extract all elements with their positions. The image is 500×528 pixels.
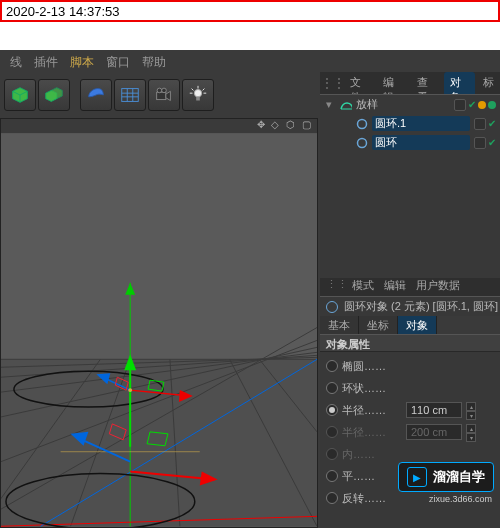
attr-label: 半径…… [342,403,402,418]
light-icon [187,84,209,106]
watermark-url: zixue.3d66.com [398,494,494,504]
spinner: ▴▾ [466,424,476,440]
radio-icon[interactable] [326,360,338,372]
viewport-panel[interactable]: ✥ ◇ ⬡ ▢ [0,118,318,528]
attr-tab-mode[interactable]: 模式 [352,278,374,296]
timestamp-bar: 2020-2-13 14:37:53 [0,0,500,22]
menu-item[interactable]: 插件 [30,54,62,68]
visibility-check-icon[interactable]: ✔ [488,137,496,148]
loft-icon [340,99,352,111]
attr-row: 椭圆…… [320,355,500,377]
tree-row[interactable]: ▾ 放样 ✔ [320,95,500,114]
radio-icon[interactable] [326,470,338,482]
radio-icon[interactable] [326,404,338,416]
attribute-title: 圆环对象 (2 元素) [圆环.1, 圆环] [344,299,498,314]
visibility-check-icon[interactable]: ✔ [468,99,476,110]
viewport-canvas[interactable] [1,133,317,527]
attribute-title-bar: 圆环对象 (2 元素) [圆环.1, 圆环] [320,296,500,316]
svg-point-2 [157,88,162,93]
menu-item[interactable]: 脚本 [66,54,98,68]
svg-point-39 [358,138,367,147]
attribute-manager-tabs: ⋮⋮ 模式 编辑 用户数据 [320,278,500,296]
attr-label: 半径…… [342,425,402,440]
object-controls: ✔ [454,99,500,111]
grip-icon: ⋮⋮ [324,72,342,94]
subtab-object[interactable]: 对象 [398,316,437,334]
svg-point-38 [358,119,367,128]
attr-label: 椭圆…… [342,359,402,374]
grid-icon [119,84,141,106]
grid-button[interactable] [114,79,146,111]
radio-icon[interactable] [326,426,338,438]
radio-icon[interactable] [326,492,338,504]
object-label[interactable]: 圆环.1 [372,116,470,131]
camera-button[interactable] [148,79,180,111]
blue-shape-button[interactable] [80,79,112,111]
cubes-icon [43,84,65,106]
visibility-check-icon[interactable]: ✔ [488,118,496,129]
layer-box[interactable] [454,99,466,111]
tab-edit[interactable]: 编辑 [377,72,408,94]
attr-label: 平…… [342,469,402,484]
circle-icon [356,137,368,149]
play-icon: ▶ [407,467,427,487]
spinner[interactable]: ▴▾ [466,402,476,418]
render-dot[interactable] [488,101,496,109]
svg-rect-1 [157,92,166,99]
tab-object[interactable]: 对象 [444,72,475,94]
tab-label[interactable]: 标 [477,72,500,94]
timestamp-text: 2020-2-13 14:37:53 [6,4,119,19]
circle-icon [326,301,338,313]
attr-label: 反转…… [342,491,402,506]
object-controls: ✔ [474,137,500,149]
light-button[interactable] [182,79,214,111]
viewport-scene [1,133,317,527]
circle-icon [356,118,368,130]
svg-rect-6 [1,359,317,526]
editor-dot[interactable] [478,101,486,109]
object-label[interactable]: 放样 [356,97,450,112]
object-manager-tabs: ⋮⋮ 文件 编辑 查看 对象 标 [320,72,500,94]
blue-shape-icon [85,84,107,106]
attr-label: 内…… [342,447,402,462]
radius2-input [406,424,462,440]
subtab-basic[interactable]: 基本 [320,316,359,334]
svg-rect-0 [122,89,139,102]
svg-point-36 [128,388,132,392]
object-manager: ▾ 放样 ✔ 圆环.1 ✔ 圆环 ✔ [320,94,500,278]
main-toolbar [0,72,320,118]
attr-row: 半径…… ▴▾ [320,421,500,443]
subtab-coord[interactable]: 坐标 [359,316,398,334]
expand-toggle[interactable]: ▾ [326,98,336,111]
cube-button[interactable] [4,79,36,111]
radio-icon[interactable] [326,448,338,460]
object-label[interactable]: 圆环 [372,135,470,150]
menu-item[interactable]: 线 [6,54,26,68]
attr-row: 环状…… [320,377,500,399]
watermark-text: 溜溜自学 [433,468,485,486]
object-controls: ✔ [474,118,500,130]
attr-tab-edit[interactable]: 编辑 [384,278,406,296]
menu-bar: 线 插件 脚本 窗口 帮助 [0,50,500,72]
menu-item[interactable]: 帮助 [138,54,170,68]
menu-item[interactable]: 窗口 [102,54,134,68]
layer-box[interactable] [474,137,486,149]
white-gap [0,22,500,50]
viewport-nav-icons[interactable]: ✥ ◇ ⬡ ▢ [257,119,313,130]
viewport-header: ✥ ◇ ⬡ ▢ [1,119,317,133]
camera-icon [153,84,175,106]
radius-input[interactable] [406,402,462,418]
grip-icon: ⋮⋮ [326,278,342,296]
attr-label: 环状…… [342,381,402,396]
tree-row[interactable]: 圆环.1 ✔ [320,114,500,133]
layer-box[interactable] [474,118,486,130]
svg-point-4 [194,90,201,97]
tree-row[interactable]: 圆环 ✔ [320,133,500,152]
radio-icon[interactable] [326,382,338,394]
attribute-section-header: 对象属性 [320,334,500,352]
cubes-button[interactable] [38,79,70,111]
watermark: ▶ 溜溜自学 zixue.3d66.com [398,462,494,504]
tab-view[interactable]: 查看 [411,72,442,94]
attr-tab-userdata[interactable]: 用户数据 [416,278,460,296]
tab-file[interactable]: 文件 [344,72,375,94]
